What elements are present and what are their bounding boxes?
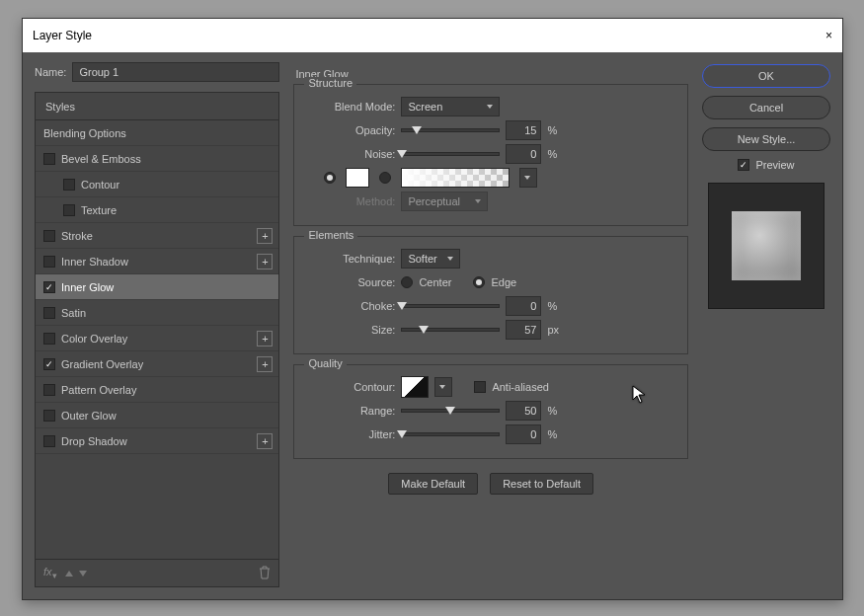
method-select: Perceptual	[401, 192, 488, 211]
noise-label: Noise:	[304, 148, 395, 160]
structure-legend: Structure	[304, 77, 356, 89]
check-icon[interactable]	[43, 435, 55, 447]
check-icon[interactable]	[43, 358, 55, 370]
style-gradient-overlay[interactable]: Gradient Overlay+	[36, 351, 278, 377]
jitter-label: Jitter:	[304, 428, 395, 440]
add-icon[interactable]: +	[257, 254, 273, 270]
choke-input[interactable]	[506, 296, 541, 316]
styles-panel: Styles Blending Options Bevel & Emboss C…	[35, 92, 279, 587]
check-icon[interactable]	[43, 230, 55, 242]
ok-button[interactable]: OK	[702, 64, 830, 88]
size-slider[interactable]	[401, 328, 500, 332]
style-bevel-emboss[interactable]: Bevel & Emboss	[36, 146, 278, 172]
quality-legend: Quality	[304, 357, 346, 369]
contour-picker[interactable]	[401, 376, 429, 398]
contour-dropdown[interactable]	[434, 377, 452, 397]
size-input[interactable]	[506, 320, 541, 340]
opacity-slider[interactable]	[401, 128, 500, 132]
style-satin[interactable]: Satin	[36, 300, 278, 326]
make-default-button[interactable]: Make Default	[388, 473, 478, 495]
name-input[interactable]	[72, 62, 279, 82]
color-swatch[interactable]	[346, 168, 369, 188]
choke-slider[interactable]	[401, 304, 500, 308]
styles-toolbar: fx▾	[36, 559, 278, 586]
trash-icon[interactable]	[259, 566, 271, 581]
reorder-icons[interactable]	[65, 571, 87, 577]
check-icon[interactable]	[43, 333, 55, 345]
add-icon[interactable]: +	[257, 356, 273, 372]
blend-mode-select[interactable]: Screen	[401, 97, 500, 116]
check-icon[interactable]	[43, 410, 55, 422]
add-icon[interactable]: +	[257, 228, 273, 244]
preview-checkbox[interactable]	[738, 159, 749, 171]
color-radio[interactable]	[324, 172, 336, 184]
check-icon[interactable]	[43, 153, 55, 165]
close-icon[interactable]: ×	[825, 29, 832, 42]
style-drop-shadow[interactable]: Drop Shadow+	[36, 428, 278, 454]
gradient-radio[interactable]	[379, 172, 391, 184]
elements-legend: Elements	[304, 229, 357, 241]
technique-select[interactable]: Softer	[401, 249, 460, 269]
size-label: Size:	[304, 324, 395, 336]
style-contour[interactable]: Contour	[36, 172, 278, 197]
cancel-button[interactable]: Cancel	[702, 96, 830, 119]
styles-header[interactable]: Styles	[36, 93, 278, 120]
check-icon[interactable]	[63, 204, 75, 216]
source-center-radio[interactable]	[401, 276, 413, 288]
titlebar: Layer Style ×	[23, 19, 842, 52]
reset-default-button[interactable]: Reset to Default	[490, 473, 593, 495]
check-icon[interactable]	[43, 384, 55, 396]
blend-mode-label: Blend Mode:	[304, 101, 395, 113]
check-icon[interactable]	[43, 256, 55, 268]
preview-thumbnail	[732, 211, 801, 280]
opacity-input[interactable]	[506, 120, 541, 140]
choke-label: Choke:	[304, 300, 395, 312]
settings-column: Inner Glow Structure Blend Mode: Screen …	[289, 60, 692, 587]
check-icon[interactable]	[43, 307, 55, 319]
name-label: Name:	[35, 66, 66, 78]
left-column: Name: Styles Blending Options Bevel & Em…	[35, 60, 279, 587]
gradient-dropdown[interactable]	[519, 168, 537, 188]
style-blending-options[interactable]: Blending Options	[36, 120, 278, 146]
source-label: Source:	[304, 276, 395, 288]
preview-box	[708, 183, 825, 309]
anti-aliased-checkbox[interactable]	[474, 381, 486, 393]
noise-input[interactable]	[506, 144, 541, 164]
add-icon[interactable]: +	[257, 331, 273, 346]
structure-group: Structure Blend Mode: Screen Opacity: % …	[293, 84, 688, 226]
style-texture[interactable]: Texture	[36, 197, 278, 223]
noise-slider[interactable]	[401, 152, 500, 156]
new-style-button[interactable]: New Style...	[702, 127, 830, 151]
layer-style-dialog: Layer Style × Name: Styles Blending Opti…	[22, 18, 843, 600]
add-icon[interactable]: +	[257, 433, 273, 449]
style-inner-glow[interactable]: Inner Glow	[36, 274, 278, 300]
opacity-label: Opacity:	[304, 124, 395, 136]
check-icon[interactable]	[43, 281, 55, 293]
fx-icon[interactable]: fx▾	[43, 566, 57, 580]
elements-group: Elements Technique: Softer Source: Cente…	[293, 236, 688, 354]
range-slider[interactable]	[401, 409, 500, 413]
quality-group: Quality Contour: Anti-aliased Range: %	[293, 364, 688, 459]
range-label: Range:	[304, 405, 395, 417]
method-label: Method:	[304, 195, 395, 207]
style-pattern-overlay[interactable]: Pattern Overlay	[36, 377, 278, 403]
technique-label: Technique:	[304, 253, 395, 265]
style-inner-shadow[interactable]: Inner Shadow+	[36, 249, 278, 274]
gradient-swatch[interactable]	[401, 168, 510, 188]
right-column: OK Cancel New Style... Preview	[702, 60, 830, 587]
preview-label: Preview	[755, 159, 794, 171]
dialog-title: Layer Style	[33, 29, 92, 42]
range-input[interactable]	[506, 401, 541, 421]
source-edge-radio[interactable]	[473, 276, 485, 288]
check-icon[interactable]	[63, 179, 75, 191]
style-stroke[interactable]: Stroke+	[36, 223, 278, 249]
style-color-overlay[interactable]: Color Overlay+	[36, 326, 278, 351]
jitter-input[interactable]	[506, 424, 541, 444]
jitter-slider[interactable]	[401, 432, 500, 436]
contour-label: Contour:	[304, 381, 395, 393]
style-outer-glow[interactable]: Outer Glow	[36, 403, 278, 428]
